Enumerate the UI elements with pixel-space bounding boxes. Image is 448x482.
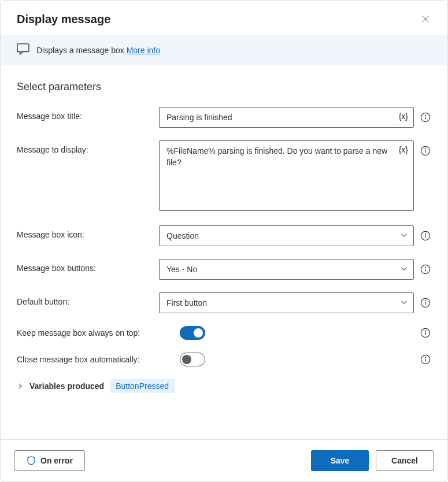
label-default-button: Default button: <box>17 292 153 306</box>
label-message-box-buttons: Message box buttons: <box>17 259 153 273</box>
label-always-on-top: Keep message box always on top: <box>17 328 174 338</box>
toggle-knob <box>194 328 203 338</box>
toggle-always-on-top[interactable] <box>180 326 205 340</box>
close-button[interactable] <box>417 11 434 27</box>
row-message-box-icon: Message box icon: Question <box>17 225 431 246</box>
save-button[interactable]: Save <box>311 450 369 471</box>
select-message-box-buttons[interactable]: Yes - No <box>159 259 414 280</box>
svg-rect-0 <box>17 44 29 52</box>
row-default-button: Default button: First button <box>17 292 431 313</box>
on-error-label: On error <box>40 456 73 465</box>
variable-chip-buttonpressed[interactable]: ButtonPressed <box>110 379 175 393</box>
row-message-to-display: Message to display: %FileName% parsing i… <box>17 140 431 213</box>
svg-point-18 <box>425 331 425 331</box>
textarea-message-to-display[interactable]: %FileName% parsing is finished. Do you w… <box>159 140 414 211</box>
toggle-knob <box>182 355 191 364</box>
svg-point-15 <box>425 301 425 301</box>
label-message-box-title: Message box title: <box>17 107 153 121</box>
svg-point-12 <box>425 267 425 268</box>
label-message-to-display: Message to display: <box>17 140 153 154</box>
svg-point-9 <box>425 233 425 234</box>
info-icon-buttons[interactable] <box>420 264 431 275</box>
dialog-body: Select parameters Message box title: {x}… <box>1 65 447 439</box>
row-message-box-title: Message box title: {x} <box>17 107 431 128</box>
banner-text: Displays a message box More info <box>36 46 160 55</box>
message-icon <box>17 43 29 57</box>
chevron-right-icon[interactable] <box>17 383 24 390</box>
svg-point-6 <box>425 149 425 149</box>
wrap-message-box-buttons: Yes - No <box>159 259 414 280</box>
more-info-link[interactable]: More info <box>127 46 160 55</box>
select-default-button[interactable]: First button <box>159 292 414 313</box>
toggle-auto-close[interactable] <box>180 353 205 366</box>
dialog-footer: On error Save Cancel <box>1 439 447 481</box>
info-icon-always-on-top[interactable] <box>420 327 431 339</box>
wrap-default-button: First button <box>159 292 414 313</box>
on-error-button[interactable]: On error <box>14 450 85 471</box>
variables-produced-section: Variables produced ButtonPressed <box>17 379 431 393</box>
cancel-button[interactable]: Cancel <box>376 450 434 471</box>
section-title: Select parameters <box>17 81 431 93</box>
row-auto-close: Close message box automatically: <box>17 353 431 366</box>
svg-point-3 <box>425 115 425 116</box>
close-icon <box>421 15 430 23</box>
select-message-box-icon[interactable]: Question <box>159 225 414 246</box>
info-banner: Displays a message box More info <box>1 35 447 65</box>
variable-picker-title[interactable]: {x} <box>399 112 408 121</box>
input-message-box-title[interactable] <box>159 107 414 128</box>
wrap-message-box-title: {x} <box>159 107 414 128</box>
label-message-box-icon: Message box icon: <box>17 225 153 239</box>
svg-point-21 <box>425 357 425 358</box>
info-icon-auto-close[interactable] <box>420 354 431 365</box>
banner-text-content: Displays a message box <box>36 46 127 55</box>
variable-picker-message[interactable]: {x} <box>399 145 408 154</box>
info-icon-message[interactable] <box>420 145 431 157</box>
wrap-message-to-display: %FileName% parsing is finished. Do you w… <box>159 140 414 213</box>
variables-produced-label[interactable]: Variables produced <box>29 381 104 391</box>
info-icon-title[interactable] <box>420 112 431 123</box>
shield-icon <box>27 456 36 465</box>
dialog-header: Display message <box>1 1 447 35</box>
label-auto-close: Close message box automatically: <box>17 355 174 364</box>
info-icon-icon[interactable] <box>420 230 431 242</box>
wrap-message-box-icon: Question <box>159 225 414 246</box>
info-icon-default-button[interactable] <box>420 297 431 309</box>
row-message-box-buttons: Message box buttons: Yes - No <box>17 259 431 280</box>
row-always-on-top: Keep message box always on top: <box>17 326 431 340</box>
dialog-title: Display message <box>17 13 110 26</box>
